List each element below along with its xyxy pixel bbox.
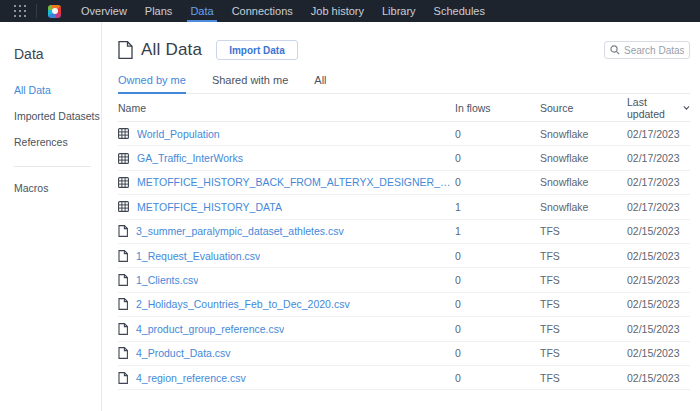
- page-body: Data All Data Imported Datasets Referenc…: [0, 22, 700, 411]
- dataset-link[interactable]: 3_summer_paralympic_dataset_athletes.csv: [136, 225, 344, 237]
- last-updated-cell: 02/15/2023: [627, 250, 690, 262]
- table-row: 1_Request_Evaluation.csv 0 TFS 02/15/202…: [118, 244, 690, 268]
- source-cell: TFS: [540, 274, 627, 286]
- file-icon: [118, 225, 128, 237]
- sidebar-divider: [14, 166, 91, 167]
- sidebar-item[interactable]: Macros: [14, 182, 101, 194]
- tab[interactable]: Shared with me: [212, 74, 288, 93]
- dataset-link[interactable]: 4_product_group_reference.csv: [136, 323, 284, 335]
- nav-item[interactable]: Plans: [136, 0, 182, 22]
- last-updated-cell: 02/15/2023: [627, 323, 690, 335]
- page-title: All Data: [141, 40, 202, 60]
- dataset-name-cell: 3_summer_paralympic_dataset_athletes.csv: [118, 225, 455, 237]
- apps-grid-icon[interactable]: [8, 5, 32, 17]
- sidebar-secondary-nav: Macros: [14, 182, 101, 194]
- nav-item[interactable]: Overview: [72, 0, 136, 22]
- sidebar-item[interactable]: All Data: [14, 84, 101, 96]
- in-flows-cell: 0: [455, 372, 540, 384]
- tab[interactable]: All: [314, 74, 326, 93]
- dataset-link[interactable]: METOFFICE_HISTORY_BACK_FROM_ALTERYX_DESI…: [137, 176, 455, 188]
- nav-item[interactable]: Library: [373, 0, 425, 22]
- nav-item[interactable]: Data: [181, 0, 222, 22]
- dataset-link[interactable]: 2_Holidays_Countries_Feb_to_Dec_2020.csv: [136, 298, 350, 310]
- search-input[interactable]: [624, 45, 684, 56]
- dataset-name-cell: 1_Request_Evaluation.csv: [118, 250, 455, 262]
- dataset-link[interactable]: 1_Request_Evaluation.csv: [136, 250, 260, 262]
- dataset-link[interactable]: World_Population: [137, 128, 220, 140]
- dataset-name-cell: GA_Traffic_InterWorks: [118, 152, 455, 164]
- source-cell: Snowflake: [540, 201, 627, 213]
- nav-item[interactable]: Schedules: [425, 0, 494, 22]
- source-cell: TFS: [540, 323, 627, 335]
- main-content: All Data Import Data Owned by me Shared …: [102, 22, 700, 411]
- sidebar-item[interactable]: References: [14, 136, 101, 148]
- source-cell: Snowflake: [540, 128, 627, 140]
- table-row: 1_Clients.csv 0 TFS 02/15/2023: [118, 268, 690, 292]
- column-header-last-updated[interactable]: Last updated: [627, 96, 690, 120]
- last-updated-cell: 02/17/2023: [627, 128, 690, 140]
- dataset-link[interactable]: 4_Product_Data.csv: [136, 347, 231, 359]
- dataset-link[interactable]: 4_region_reference.csv: [136, 372, 246, 384]
- source-cell: TFS: [540, 347, 627, 359]
- search-box: [604, 41, 690, 59]
- dataset-name-cell: 1_Clients.csv: [118, 274, 455, 286]
- column-header-label: Name: [118, 102, 146, 114]
- source-cell: TFS: [540, 225, 627, 237]
- source-cell: TFS: [540, 372, 627, 384]
- file-icon: [118, 250, 128, 262]
- file-icon: [118, 372, 128, 384]
- in-flows-cell: 1: [455, 225, 540, 237]
- nav-item[interactable]: Connections: [223, 0, 302, 22]
- table-body: World_Population 0 Snowflake 02/17/2023: [118, 122, 690, 390]
- column-header-label: In flows: [455, 102, 491, 114]
- table-row: 2_Holidays_Countries_Feb_to_Dec_2020.csv…: [118, 293, 690, 317]
- table-grid-icon: [118, 201, 129, 212]
- search-icon: [610, 45, 620, 55]
- in-flows-cell: 0: [455, 274, 540, 286]
- source-cell: Snowflake: [540, 176, 627, 188]
- dataset-link[interactable]: METOFFICE_HISTORY_DATA: [137, 201, 282, 213]
- last-updated-cell: 02/15/2023: [627, 274, 690, 286]
- last-updated-cell: 02/15/2023: [627, 372, 690, 384]
- dataset-name-cell: 2_Holidays_Countries_Feb_to_Dec_2020.csv: [118, 298, 455, 310]
- source-cell: TFS: [540, 298, 627, 310]
- column-header-in-flows[interactable]: In flows: [455, 102, 540, 114]
- nav-item[interactable]: Job history: [302, 0, 373, 22]
- dataset-name-cell: 4_region_reference.csv: [118, 372, 455, 384]
- dataset-name-cell: METOFFICE_HISTORY_BACK_FROM_ALTERYX_DESI…: [118, 176, 455, 188]
- column-header-name[interactable]: Name: [118, 102, 455, 114]
- file-icon: [118, 347, 128, 359]
- table-grid-icon: [118, 153, 129, 164]
- column-header-source[interactable]: Source: [540, 102, 627, 114]
- sort-chevron-down-icon: [683, 105, 690, 111]
- main-nav: Overview Plans Data Connections Job hist…: [72, 0, 494, 22]
- sidebar-nav: All Data Imported Datasets References: [14, 84, 101, 148]
- in-flows-cell: 0: [455, 152, 540, 164]
- file-icon: [118, 323, 128, 335]
- last-updated-cell: 02/15/2023: [627, 298, 690, 310]
- column-header-label: Source: [540, 102, 573, 114]
- sidebar-heading: Data: [14, 46, 101, 62]
- table-row: World_Population 0 Snowflake 02/17/2023: [118, 122, 690, 146]
- alteryx-logo-icon[interactable]: [48, 5, 61, 18]
- sidebar-item[interactable]: Imported Datasets: [14, 110, 101, 122]
- file-icon: [118, 298, 128, 310]
- dataset-link[interactable]: 1_Clients.csv: [136, 274, 198, 286]
- table-row: METOFFICE_HISTORY_DATA 1 Snowflake 02/17…: [118, 195, 690, 219]
- source-cell: TFS: [540, 250, 627, 262]
- table-row: 4_product_group_reference.csv 0 TFS 02/1…: [118, 317, 690, 341]
- apps-grid-glyph: [14, 5, 26, 17]
- tab[interactable]: Owned by me: [118, 74, 186, 93]
- table-row: GA_Traffic_InterWorks 0 Snowflake 02/17/…: [118, 146, 690, 170]
- last-updated-cell: 02/15/2023: [627, 347, 690, 359]
- dataset-link[interactable]: GA_Traffic_InterWorks: [137, 152, 243, 164]
- last-updated-cell: 02/15/2023: [627, 225, 690, 237]
- import-data-button[interactable]: Import Data: [216, 40, 298, 60]
- table-header-row: Name In flows Source Last updated: [118, 94, 690, 122]
- in-flows-cell: 0: [455, 323, 540, 335]
- in-flows-cell: 0: [455, 176, 540, 188]
- table-grid-icon: [118, 128, 129, 139]
- file-icon: [118, 274, 128, 286]
- dataset-name-cell: METOFFICE_HISTORY_DATA: [118, 201, 455, 213]
- page-document-icon: [118, 41, 133, 59]
